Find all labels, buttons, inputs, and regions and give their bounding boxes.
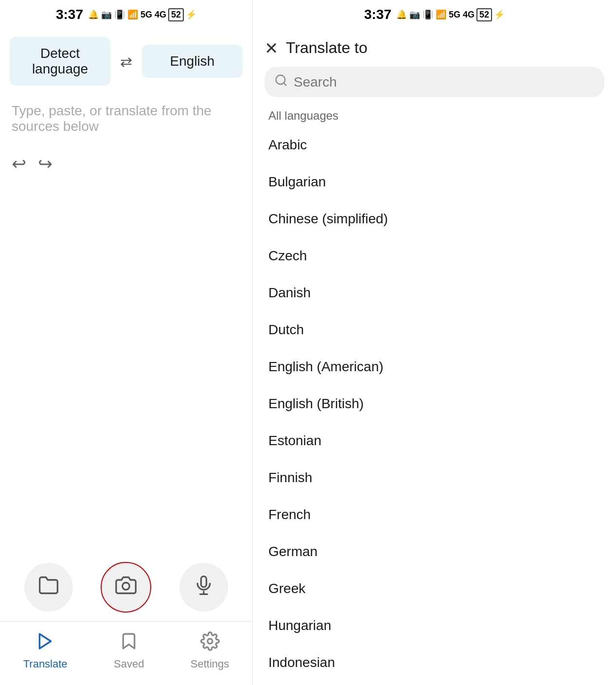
english-language-button[interactable]: English	[142, 45, 243, 78]
nav-item-translate[interactable]: Translate	[23, 631, 68, 670]
left-time: 3:37	[56, 7, 83, 22]
settings-nav-icon	[200, 631, 220, 655]
language-list-item[interactable]: Greek	[253, 570, 616, 607]
language-list-item[interactable]: Bulgarian	[253, 163, 616, 200]
language-list-item[interactable]: Chinese (simplified)	[253, 200, 616, 237]
svg-marker-4	[39, 634, 51, 649]
translate-nav-icon	[35, 631, 55, 655]
settings-nav-label: Settings	[191, 658, 229, 670]
search-input[interactable]	[294, 74, 595, 90]
bottom-toolbar	[0, 553, 252, 621]
left-status-icons: 🔔 📷 📳 📶 5G 4G 52 ⚡	[88, 8, 196, 21]
swap-languages-icon[interactable]: ⇄	[116, 49, 136, 74]
nav-item-settings[interactable]: Settings	[191, 631, 229, 670]
language-list-item[interactable]: French	[253, 496, 616, 533]
detect-language-label: Detect language	[32, 46, 88, 76]
language-search-bar[interactable]	[264, 67, 604, 97]
right-panel: 3:37 🔔 📷 📳 📶 5G 4G 52 ⚡ ✕ Translate to A…	[253, 0, 616, 685]
bottom-nav: Translate Saved Settings	[0, 621, 252, 685]
svg-rect-1	[201, 576, 207, 587]
language-list-item[interactable]: Danish	[253, 274, 616, 311]
language-list-item[interactable]: Estonian	[253, 422, 616, 459]
lang-selector-bar: Detect language ⇄ English	[0, 29, 252, 93]
undo-icon[interactable]: ↩	[12, 154, 26, 174]
language-list-item[interactable]: German	[253, 533, 616, 570]
saved-nav-icon	[119, 631, 139, 655]
search-icon	[274, 73, 288, 90]
undo-redo-controls: ↩ ↪	[12, 154, 241, 174]
microphone-icon	[193, 575, 214, 600]
camera-button[interactable]	[102, 563, 150, 612]
right-status-bar: 3:37 🔔 📷 📳 📶 5G 4G 52 ⚡	[253, 0, 616, 29]
close-button[interactable]: ✕	[264, 40, 278, 56]
language-list-item[interactable]: Finnish	[253, 459, 616, 496]
language-list-item[interactable]: Czech	[253, 237, 616, 274]
saved-nav-label: Saved	[114, 658, 144, 670]
input-placeholder: Type, paste, or translate from the sourc…	[12, 103, 241, 134]
svg-line-7	[283, 83, 286, 85]
svg-point-0	[123, 582, 130, 590]
left-status-bar: 3:37 🔔 📷 📳 📶 5G 4G 52 ⚡	[0, 0, 252, 29]
language-list-item[interactable]: Dutch	[253, 311, 616, 348]
language-list-item[interactable]: English (American)	[253, 348, 616, 385]
language-list-item[interactable]: Indonesian	[253, 644, 616, 681]
nav-item-saved[interactable]: Saved	[114, 631, 144, 670]
detect-language-button[interactable]: Detect language	[10, 37, 110, 86]
translate-to-header: ✕ Translate to	[253, 29, 616, 67]
left-panel: 3:37 🔔 📷 📳 📶 5G 4G 52 ⚡ Detect language …	[0, 0, 253, 685]
folder-icon	[38, 575, 59, 600]
camera-icon	[115, 575, 137, 600]
english-label: English	[170, 54, 215, 69]
language-list-item[interactable]: Hungarian	[253, 607, 616, 644]
redo-icon[interactable]: ↪	[38, 154, 53, 174]
translate-nav-label: Translate	[23, 658, 68, 670]
language-list-item[interactable]: Arabic	[253, 126, 616, 163]
translation-input-area: Type, paste, or translate from the sourc…	[0, 93, 252, 553]
all-languages-label: All languages	[253, 105, 616, 126]
svg-point-5	[208, 639, 212, 644]
language-list-item[interactable]: English (British)	[253, 385, 616, 422]
folder-button[interactable]	[24, 563, 73, 612]
microphone-button[interactable]	[179, 563, 228, 612]
language-list: ArabicBulgarianChinese (simplified)Czech…	[253, 126, 616, 685]
right-time: 3:37	[364, 7, 391, 22]
panel-title: Translate to	[286, 39, 368, 57]
